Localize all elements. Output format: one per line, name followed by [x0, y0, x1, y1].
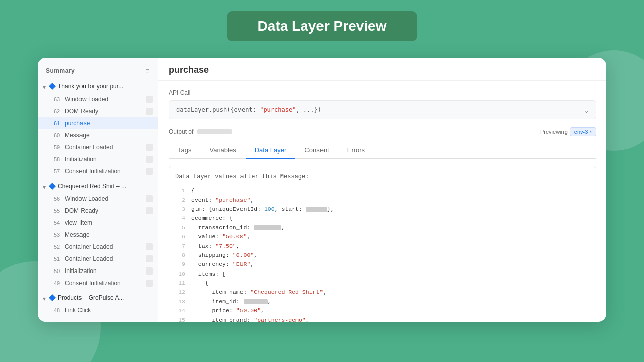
sidebar-item-59-container-loaded[interactable]: 59 Container Loaded: [38, 141, 158, 153]
code-line-1: 1 {: [175, 186, 590, 195]
code-content-8: shipping: "0.00",: [191, 251, 590, 260]
item-num-61: 61: [54, 120, 65, 126]
sidebar-item-60-message[interactable]: 60 Message: [38, 129, 158, 141]
redacted-start: [306, 207, 327, 212]
code-content-14: price: "50.00",: [191, 306, 590, 315]
line-num-4: 4: [175, 214, 185, 223]
sidebar-item-58-initialization[interactable]: 58 Initialization: [38, 153, 158, 165]
sidebar-item-54-view-item[interactable]: 54 view_Item: [38, 217, 158, 229]
sidebar-summary: Summary ≡: [38, 62, 158, 80]
header-title-container: Data Layer Preview: [227, 11, 417, 41]
chevron-down-icon-3: ▾: [43, 295, 48, 300]
sidebar-item-50-initialization[interactable]: 50 Initialization: [38, 265, 158, 277]
item-label-initialization-50: Initialization: [65, 267, 144, 275]
api-call-code: dataLayer.push({event: "purchase", ...}): [176, 106, 321, 113]
code-line-10: 10 items: [: [175, 269, 590, 279]
item-label-view-item-54: view_Item: [65, 219, 153, 226]
line-num-7: 7: [175, 242, 185, 251]
val-currency: "EUR": [233, 261, 251, 267]
sidebar-group-chequered: ▾ Chequered Red Shirt – ... 56 Window Lo…: [38, 179, 158, 289]
line-num-3: 3: [175, 205, 185, 214]
sidebar-group-chequered-header[interactable]: ▾ Chequered Red Shirt – ...: [38, 179, 158, 193]
sidebar: Summary ≡ ▾ Thank you for your pur... 63…: [38, 58, 158, 322]
sidebar-item-62-dom-ready[interactable]: 62 DOM Ready: [38, 105, 158, 117]
line-num-6: 6: [175, 232, 185, 241]
page-title: purchase: [169, 65, 209, 75]
line-num-2: 2: [175, 196, 185, 205]
code-line-3: 3 gtm: {uniqueEventId: 100, start: },: [175, 205, 590, 214]
item-num-50: 50: [54, 268, 65, 274]
page-header: purchase: [158, 58, 606, 81]
code-line-12: 12 item_name: "Chequered Red Shirt",: [175, 288, 590, 297]
sidebar-group-thankyou: ▾ Thank you for your pur... 63 Window Lo…: [38, 80, 158, 177]
key-tax: tax:: [198, 243, 216, 249]
val-value: "50.00": [222, 233, 247, 240]
line-num-14: 14: [175, 306, 185, 315]
line-num-15: 15: [175, 316, 185, 322]
tab-tags[interactable]: Tags: [169, 142, 200, 159]
code-content-9: currency: "EUR",: [191, 260, 590, 269]
code-line-11: 11 {: [175, 279, 590, 288]
sidebar-item-56-window-loaded[interactable]: 56 Window Loaded: [38, 193, 158, 205]
item-num-52: 52: [54, 244, 65, 250]
sidebar-item-49-consent-init[interactable]: 49 Consent Initialization: [38, 277, 158, 289]
key-shipping: shipping:: [198, 252, 233, 258]
item-label-link-click-48: Link Click: [65, 307, 153, 314]
val-shipping: "0.00": [233, 252, 254, 258]
redacted-item-id: [244, 299, 268, 304]
sidebar-item-53-message[interactable]: 53 Message: [38, 229, 158, 241]
code-line-2: 2 event: "purchase",: [175, 196, 590, 205]
sidebar-item-61-purchase[interactable]: 61 purchase: [38, 117, 158, 129]
sidebar-group-products-title: Products – GroPulse A...: [58, 294, 153, 301]
env-badge[interactable]: env-3 ›: [570, 127, 596, 136]
sidebar-item-55-dom-ready[interactable]: 55 DOM Ready: [38, 205, 158, 217]
key-value: value:: [198, 233, 222, 240]
tab-variables[interactable]: Variables: [200, 142, 245, 159]
item-num-53: 53: [54, 232, 65, 238]
item-label-window-loaded-56: Window Loaded: [65, 195, 144, 202]
tab-consent[interactable]: Consent: [295, 142, 338, 159]
item-label-consent-init-57: Consent Initialization: [65, 168, 144, 175]
item-badge-49: [146, 280, 153, 287]
key-price: price:: [212, 307, 236, 314]
code-content-15: item_brand: "partners-demo",: [191, 316, 590, 322]
sidebar-group-products-header[interactable]: ▾ Products – GroPulse A...: [38, 291, 158, 304]
line-num-5: 5: [175, 223, 185, 232]
sidebar-group-thankyou-header[interactable]: ▾ Thank you for your pur...: [38, 80, 158, 93]
item-label-consent-init-49: Consent Initialization: [65, 280, 144, 287]
api-call-event-value: "purchase": [260, 106, 296, 113]
tab-errors[interactable]: Errors: [338, 142, 374, 159]
item-badge-50: [146, 267, 153, 275]
api-call-expand-icon[interactable]: ⌄: [585, 106, 589, 114]
item-num-59: 59: [54, 144, 65, 150]
item-num-49: 49: [54, 280, 65, 286]
env-chevron-icon: ›: [590, 129, 592, 135]
item-num-63: 63: [54, 96, 65, 102]
item-num-58: 58: [54, 156, 65, 162]
sidebar-item-48-link-click[interactable]: 48 Link Click: [38, 304, 158, 316]
sidebar-item-63-window-loaded[interactable]: 63 Window Loaded: [38, 93, 158, 105]
tabs: Tags Variables Data Layer Consent Errors: [169, 142, 596, 159]
item-num-48: 48: [54, 307, 65, 313]
key-transaction-id: transaction_id:: [198, 224, 254, 231]
code-line-13: 13 item_id: ,: [175, 297, 590, 306]
item-badge-62: [146, 108, 153, 115]
item-num-51: 51: [54, 256, 65, 262]
line-num-9: 9: [175, 260, 185, 269]
sidebar-item-52-container-loaded[interactable]: 52 Container Loaded: [38, 241, 158, 253]
env-label: env-3: [574, 129, 588, 135]
item-label-message-53: Message: [65, 231, 153, 238]
chevron-down-icon: ▾: [43, 84, 48, 89]
key-item-id: item_id:: [212, 298, 243, 305]
key-gtm: gtm:: [191, 206, 209, 212]
sidebar-item-57-consent-init[interactable]: 57 Consent Initialization: [38, 165, 158, 177]
code-line-8: 8 shipping: "0.00",: [175, 251, 590, 260]
output-label-bar: [197, 129, 232, 134]
content-area: API Call dataLayer.push({event: "purchas…: [158, 81, 606, 322]
sidebar-item-51-container-loaded[interactable]: 51 Container Loaded: [38, 253, 158, 265]
code-content-4: ecommerce: {: [191, 214, 590, 223]
tab-data-layer[interactable]: Data Layer: [246, 142, 296, 159]
line-num-11: 11: [175, 279, 185, 288]
sidebar-group-products: ▾ Products – GroPulse A... 48 Link Click: [38, 291, 158, 316]
key-item-brand: item_brand:: [212, 317, 254, 322]
